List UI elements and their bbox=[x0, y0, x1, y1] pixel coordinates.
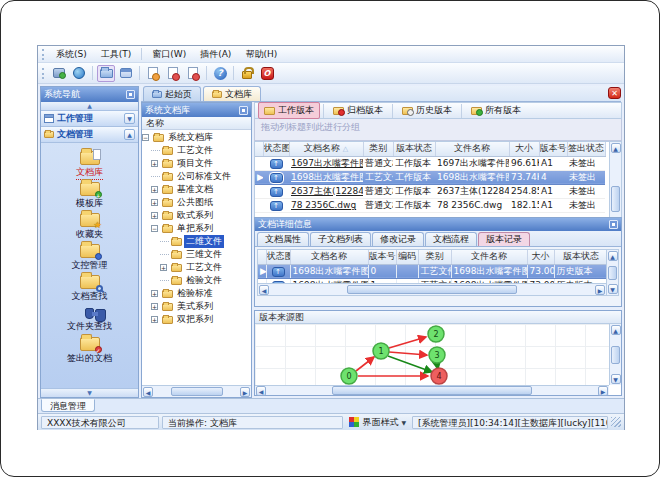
scrollbar-thumb[interactable] bbox=[611, 186, 620, 212]
scroll-down-icon[interactable]: ▼ bbox=[611, 374, 621, 384]
tab-document-library[interactable]: 文档库 bbox=[203, 86, 261, 101]
sidebar-group-document[interactable]: 文档管理 ▲ bbox=[41, 127, 138, 143]
table-row[interactable]: ↑ 78 2356C.dwg 普通文档 工作版本 78 2356C.dwg 18… bbox=[255, 198, 605, 212]
scrollbar-thumb[interactable] bbox=[171, 387, 223, 396]
tree-node[interactable]: −系统文档库 bbox=[142, 131, 251, 144]
menu-help[interactable]: 帮助(H) bbox=[238, 47, 284, 62]
tab-doc-properties[interactable]: 文档属性 bbox=[257, 232, 309, 246]
scroll-up-icon[interactable]: ▲ bbox=[611, 325, 621, 335]
scroll-left-icon[interactable]: ◀ bbox=[259, 285, 269, 295]
scroll-right-icon[interactable]: ▶ bbox=[595, 285, 605, 295]
column-header-status[interactable]: 状态图 bbox=[266, 250, 290, 264]
scrollbar-thumb[interactable] bbox=[611, 346, 620, 364]
expand-icon[interactable]: + bbox=[151, 212, 158, 219]
graph-vertical-scrollbar[interactable]: ▲ ▼ bbox=[609, 324, 621, 385]
sidebar-item-doc-control[interactable]: 文控管理 bbox=[45, 242, 135, 273]
expand-icon[interactable]: + bbox=[151, 160, 158, 167]
tree-node[interactable]: +双把系列 bbox=[142, 313, 251, 326]
tree-node[interactable]: 公司标准文件 bbox=[142, 170, 251, 183]
detail-table-vertical-scrollbar[interactable]: ▲ ▼ bbox=[606, 250, 618, 295]
scroll-left-icon[interactable]: ◀ bbox=[143, 387, 153, 397]
table-row[interactable]: ↑ 2637主体(12284).dwg 普通文档 工作版本 2637主体(122… bbox=[255, 184, 605, 198]
drag-grip[interactable] bbox=[42, 68, 45, 79]
column-header-checkout[interactable]: 签出状态 bbox=[567, 142, 605, 156]
tree-node[interactable]: 三维文件 bbox=[142, 248, 251, 261]
resize-grip[interactable] bbox=[611, 417, 621, 427]
expand-icon[interactable]: + bbox=[151, 303, 158, 310]
tab-modify-records[interactable]: 修改记录 bbox=[372, 232, 424, 246]
scroll-up-strip[interactable]: ▲ bbox=[41, 102, 138, 111]
scrollbar-thumb[interactable] bbox=[332, 386, 532, 395]
column-header-version-state[interactable]: 版本状态 bbox=[554, 250, 608, 264]
tree-node[interactable]: +工艺文件 bbox=[142, 261, 251, 274]
collapse-icon[interactable]: − bbox=[142, 134, 149, 141]
column-header-filename[interactable]: 文件名称 bbox=[451, 250, 527, 264]
history-version-button[interactable]: 历史版本 bbox=[396, 102, 458, 119]
graph-horizontal-scrollbar[interactable]: ◀ ▶ bbox=[255, 385, 609, 395]
folder-open-icon[interactable] bbox=[97, 65, 115, 82]
column-header-version[interactable]: 版本号 bbox=[539, 142, 567, 156]
column-header-size[interactable]: 大小 bbox=[527, 250, 554, 264]
pin-icon[interactable] bbox=[609, 220, 618, 229]
column-header-size[interactable]: 大小 bbox=[509, 142, 539, 156]
column-header-version[interactable]: 版本号 bbox=[368, 250, 396, 264]
tab-start-page[interactable]: 起始页 bbox=[143, 86, 201, 101]
tree-node[interactable]: +检验标准 bbox=[142, 287, 251, 300]
tab-version-records[interactable]: 版本记录 bbox=[478, 232, 530, 246]
pin-icon[interactable] bbox=[126, 90, 135, 99]
chevron-up-icon[interactable]: ▲ bbox=[124, 129, 135, 140]
column-header-docname[interactable]: 文档名称 △ bbox=[289, 142, 363, 156]
expand-icon[interactable]: + bbox=[151, 290, 158, 297]
tree-node[interactable]: +项目文件 bbox=[142, 157, 251, 170]
table-row-selected[interactable]: ▶↑ 1698出水嘴零件图.dwg 0 工艺文件 1698出水嘴零件图.dwg … bbox=[258, 264, 608, 278]
table-row-selected[interactable]: ▶↑ 1698出水嘴零件图.dwg 工艺文件 工作版本 1698出水嘴零件图.d… bbox=[255, 170, 605, 184]
scroll-up-icon[interactable]: ▲ bbox=[611, 143, 621, 153]
tree-node[interactable]: −单把系列 bbox=[142, 222, 251, 235]
scrollbar-thumb[interactable] bbox=[608, 266, 617, 280]
working-version-button[interactable]: 工作版本 bbox=[258, 102, 320, 119]
exit-icon[interactable]: O bbox=[258, 65, 276, 82]
column-header-docname[interactable]: 文档名称 bbox=[290, 250, 368, 264]
scroll-left-icon[interactable]: ◀ bbox=[256, 386, 266, 396]
sidebar-item-checked-out-docs[interactable]: ✓ 签出的文档 bbox=[45, 335, 135, 366]
pin-icon[interactable] bbox=[239, 106, 248, 115]
sidebar-group-work[interactable]: 工作管理 ▼ bbox=[41, 111, 138, 127]
column-header-filename[interactable]: 文件名称 bbox=[435, 142, 509, 156]
archived-version-button[interactable]: 归档版本 bbox=[327, 102, 389, 119]
tree-column-header[interactable]: 名称 bbox=[142, 117, 251, 130]
menu-plugins[interactable]: 插件(A) bbox=[193, 47, 238, 62]
column-header-code[interactable]: 编码 bbox=[396, 250, 418, 264]
group-by-area[interactable]: 拖动列标题到此进行分组 bbox=[254, 119, 622, 141]
ui-style-button[interactable]: 界面样式 ▼ bbox=[346, 416, 409, 429]
tab-doc-workflow[interactable]: 文档流程 bbox=[425, 232, 477, 246]
chevron-down-icon[interactable]: ▼ bbox=[124, 113, 135, 124]
sidebar-item-doc-search[interactable]: 文档查找 bbox=[45, 273, 135, 304]
tree-node[interactable]: +公共图纸 bbox=[142, 196, 251, 209]
menu-window[interactable]: 窗口(W) bbox=[145, 47, 193, 62]
doc-mail-icon[interactable] bbox=[164, 65, 182, 82]
detail-table-horizontal-scrollbar[interactable]: ◀ ▶ bbox=[258, 283, 606, 295]
menu-system[interactable]: 系统(S) bbox=[49, 47, 94, 62]
sidebar-item-document-library[interactable]: 文档库 bbox=[45, 149, 135, 180]
all-versions-button[interactable]: 所有版本 bbox=[465, 102, 527, 119]
sidebar-item-template-library[interactable]: + 模板库 bbox=[45, 180, 135, 211]
tree-node[interactable]: +美式系列 bbox=[142, 300, 251, 313]
expand-icon[interactable]: + bbox=[160, 264, 167, 271]
tree-node[interactable]: 工艺文件 bbox=[142, 144, 251, 157]
display-icon[interactable] bbox=[50, 65, 68, 82]
column-header-category[interactable]: 类别 bbox=[418, 250, 451, 264]
tree-node[interactable]: 检验文件 bbox=[142, 274, 251, 287]
tree-node-selected[interactable]: 二维文件 bbox=[142, 235, 251, 248]
scroll-up-icon[interactable]: ▲ bbox=[608, 251, 618, 261]
expand-icon[interactable]: + bbox=[151, 199, 158, 206]
window-panel-icon[interactable] bbox=[117, 65, 135, 82]
scroll-right-icon[interactable]: ▶ bbox=[240, 387, 250, 397]
scroll-down-strip[interactable]: ▼ bbox=[41, 388, 138, 397]
sidebar-item-favorites[interactable]: ★ 收藏夹 bbox=[45, 211, 135, 242]
close-tab-icon[interactable]: ✕ bbox=[608, 87, 621, 99]
column-header-version-state[interactable]: 版本状态 bbox=[393, 142, 435, 156]
tree-horizontal-scrollbar[interactable]: ◀ ▶ bbox=[142, 385, 251, 397]
doc-report-icon[interactable] bbox=[144, 65, 162, 82]
table-row[interactable]: ↑ 1697出水嘴零件图.dwg 普通文档 工作版本 1697出水嘴零件图.dw… bbox=[255, 156, 605, 170]
tree-node[interactable]: +基准文档 bbox=[142, 183, 251, 196]
